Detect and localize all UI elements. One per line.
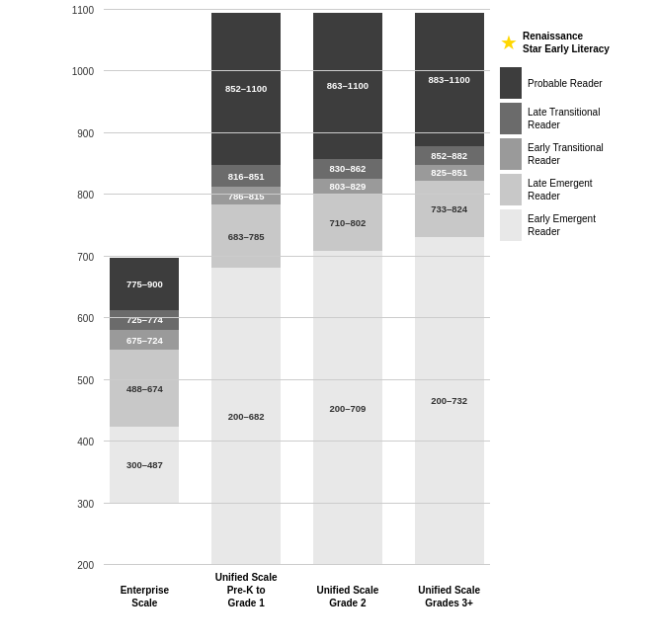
legend-brand-text: RenaissanceStar Early Literacy	[523, 30, 610, 55]
bar-segment-0-1: 488–674	[110, 350, 179, 426]
bar-group-0: 300–487488–674675–724725–774775–900Enter…	[104, 10, 186, 565]
y-tick-1000: 1000	[72, 66, 94, 77]
legend-item-0: Probable Reader	[500, 67, 643, 99]
y-axis: 20030040050060070080090010001100	[59, 10, 99, 565]
y-gridline-500	[104, 379, 490, 380]
y-gridline-600	[104, 317, 490, 318]
y-gridline-800	[104, 194, 490, 195]
bar-segment-2-4: 863–1100	[313, 13, 382, 159]
legend-item-4: Early EmergentReader	[500, 209, 643, 241]
chart-area: 20030040050060070080090010001100 300–487…	[59, 10, 648, 565]
y-tick-800: 800	[77, 190, 94, 201]
legend-swatch-2	[500, 138, 522, 170]
legend: ★RenaissanceStar Early LiteracyProbable …	[500, 30, 643, 245]
y-gridline-400	[104, 441, 490, 442]
y-tick-400: 400	[77, 437, 94, 447]
bar-x-label-0: Enterprise Scale	[105, 584, 184, 609]
bar-segment-1-3: 816–851	[211, 165, 281, 187]
bar-segment-2-3: 830–862	[313, 159, 382, 179]
bar-group-2: 200–709710–802803–829830–862863–1100Unif…	[307, 10, 389, 565]
y-gridline-1100	[104, 9, 490, 10]
bar-segment-1-4: 852–1100	[211, 13, 281, 166]
y-gridline-700	[104, 256, 490, 257]
bar-segment-0-3: 725–774	[110, 310, 179, 330]
bar-segment-1-1: 683–785	[211, 204, 281, 268]
bar-segment-2-2: 803–829	[313, 179, 382, 195]
star-icon: ★	[500, 31, 518, 54]
bar-segment-0-2: 675–724	[110, 330, 179, 350]
segment-label-3-3: 852–882	[431, 150, 467, 161]
bar-segment-3-4: 883–1100	[415, 13, 484, 147]
y-tick-200: 200	[77, 560, 94, 571]
bar-x-label-3: Unified Scale Grades 3+	[410, 584, 489, 609]
segment-label-1-0: 200–682	[228, 411, 265, 422]
segment-label-1-2: 786–815	[228, 191, 265, 201]
bar-segment-0-0: 300–487	[110, 427, 179, 504]
y-tick-300: 300	[77, 498, 94, 509]
legend-swatch-0	[500, 67, 522, 99]
y-tick-500: 500	[77, 374, 94, 385]
segment-label-0-0: 300–487	[126, 459, 163, 470]
bar-segment-2-1: 710–802	[313, 195, 382, 251]
y-tick-900: 900	[77, 127, 94, 138]
segment-label-0-3: 725–774	[126, 314, 163, 325]
bar-segment-2-0: 200–709	[313, 251, 382, 565]
legend-item-1: Late TransitionalReader	[500, 103, 643, 134]
legend-label-1: Late TransitionalReader	[528, 103, 600, 134]
legend-label-4: Early EmergentReader	[528, 209, 596, 241]
segment-label-1-3: 816–851	[228, 171, 265, 182]
segment-label-2-2: 803–829	[329, 181, 366, 192]
legend-item-3: Late EmergentReader	[500, 174, 643, 205]
segment-label-3-4: 883–1100	[428, 74, 469, 85]
bar-segment-3-0: 200–732	[415, 237, 484, 565]
segment-label-1-1: 683–785	[228, 231, 265, 242]
y-gridline-900	[104, 132, 490, 133]
bar-segment-1-2: 786–815	[211, 187, 281, 204]
bar-stack-1: 200–682683–785786–815816–851852–1100	[211, 10, 281, 565]
bar-segment-3-2: 825–851	[415, 165, 484, 181]
y-gridline-1000	[104, 70, 490, 71]
segment-label-2-0: 200–709	[329, 403, 366, 414]
bar-stack-2: 200–709710–802803–829830–862863–1100	[313, 10, 382, 565]
legend-label-0: Probable Reader	[528, 67, 603, 99]
legend-label-2: Early TransitionalReader	[528, 138, 604, 170]
bar-segment-1-0: 200–682	[211, 268, 281, 565]
chart-container: 20030040050060070080090010001100 300–487…	[0, 0, 658, 644]
segment-label-3-0: 200–732	[431, 395, 467, 406]
segment-label-3-2: 825–851	[431, 167, 467, 178]
segment-label-2-3: 830–862	[329, 163, 366, 174]
bar-segment-3-3: 852–882	[415, 146, 484, 165]
y-tick-600: 600	[77, 313, 94, 324]
bar-stack-0: 300–487488–674675–724725–774775–900	[110, 133, 179, 504]
segment-label-0-1: 488–674	[126, 383, 163, 394]
legend-item-2: Early TransitionalReader	[500, 138, 643, 170]
segment-label-2-1: 710–802	[329, 217, 366, 228]
legend-brand: ★RenaissanceStar Early Literacy	[500, 30, 643, 55]
legend-swatch-3	[500, 174, 522, 205]
bar-segment-0-4: 775–900	[110, 258, 179, 309]
y-gridline-300	[104, 503, 490, 504]
segment-label-3-1: 733–824	[431, 203, 467, 214]
bar-group-3: 200–732733–824825–851852–882883–1100Unif…	[408, 10, 490, 565]
legend-swatch-4	[500, 209, 522, 241]
y-tick-1100: 1100	[72, 5, 94, 16]
segment-label-2-4: 863–1100	[327, 80, 369, 91]
bars-area: 300–487488–674675–724725–774775–900Enter…	[104, 10, 490, 565]
y-gridline-200	[104, 564, 490, 565]
bar-segment-3-1: 733–824	[415, 181, 484, 237]
segment-label-0-2: 675–724	[126, 335, 163, 346]
legend-swatch-1	[500, 103, 522, 134]
segment-label-0-4: 775–900	[126, 279, 163, 289]
legend-label-3: Late EmergentReader	[528, 174, 593, 205]
bar-x-label-1: Unified Scale Pre-K to Grade 1	[206, 571, 286, 609]
bar-group-1: 200–682683–785786–815816–851852–1100Unif…	[206, 10, 288, 565]
y-tick-700: 700	[77, 251, 94, 262]
bar-x-label-2: Unified Scale Grade 2	[308, 584, 387, 609]
bar-stack-3: 200–732733–824825–851852–882883–1100	[415, 10, 484, 565]
segment-label-1-4: 852–1100	[225, 83, 267, 94]
